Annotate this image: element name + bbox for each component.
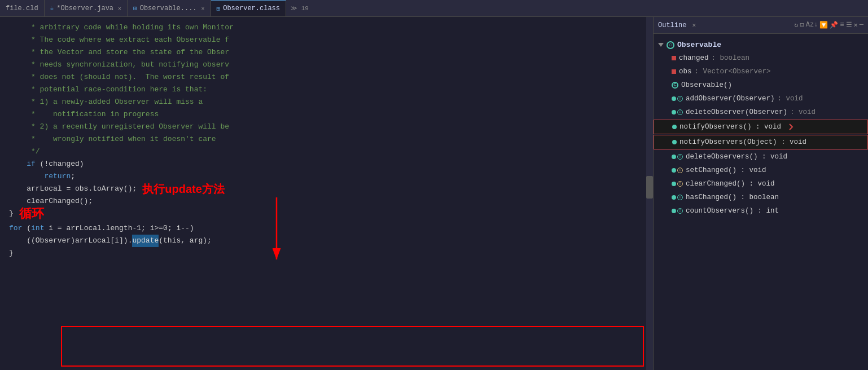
method-icon-group: ○ <box>672 181 683 187</box>
outline-header-icons: ↻ ⊟ Az↓ 🔽 📌 ≡ ☰ ✕ ─ <box>794 21 863 29</box>
code-text: ; <box>71 170 75 183</box>
code-text: } <box>9 208 14 220</box>
update-keyword: update <box>132 235 159 247</box>
close-icon[interactable]: ✕ <box>201 5 205 12</box>
collapse-icon[interactable]: ⊟ <box>800 21 804 29</box>
code-text: i = arrLocal.length-1; i>=0; i--) <box>49 222 194 235</box>
tab-overflow[interactable]: ≫ 19 <box>286 5 313 12</box>
outline-item-deleteObserver[interactable]: ○ deleteObserver(Observer) : void <box>654 105 868 119</box>
code-line: } 循环 <box>0 208 653 220</box>
override-icon: ○ <box>677 154 683 160</box>
override-icon: ○ <box>677 195 683 200</box>
code-text: * 1) a newly-added Observer will miss a <box>9 96 203 108</box>
close-icon[interactable]: ✕ <box>118 5 121 12</box>
outline-header: Outline ✕ ↻ ⊟ Az↓ 🔽 📌 ≡ ☰ ✕ ─ <box>654 17 868 34</box>
item-name: Observable() <box>681 80 732 91</box>
outline-item-notifyObservers1[interactable]: notifyObservers() : void <box>654 120 868 134</box>
pin-icon[interactable]: 📌 <box>830 21 838 29</box>
java-icon: ☕ <box>50 5 54 12</box>
code-line-for: for (int i = arrLocal.length-1; i>=0; i-… <box>0 222 653 235</box>
code-panel: * arbitrary code while holding its own M… <box>0 17 654 370</box>
item-name: hasChanged() : boolean <box>686 192 779 203</box>
class-name: Observable <box>677 41 721 49</box>
item-type: : void <box>778 93 803 104</box>
expand-icon[interactable] <box>658 43 664 47</box>
outline-item-constructor[interactable]: C Observable() <box>654 78 868 92</box>
code-content: * arbitrary code while holding its own M… <box>0 17 653 264</box>
code-line: clearChanged(); <box>0 195 653 208</box>
tab-bar: file.cld ☕ *Observer.java ✕ ⊞ Observable… <box>0 0 868 17</box>
method-icon-group: ○ <box>672 168 683 173</box>
item-name: notifyObservers() : void <box>680 121 781 133</box>
code-text: * wrongly notified when it doesn't care <box>9 133 216 146</box>
override-icon: ○ <box>677 96 683 102</box>
sort-icon[interactable]: Az↓ <box>806 21 818 29</box>
item-name: clearChanged() : void <box>686 178 775 190</box>
arrow-right-icon <box>786 122 795 131</box>
code-line: arrLocal = obs.toArray(); 执行update方法 <box>0 183 653 195</box>
code-text: return <box>9 170 71 183</box>
code-text: * The code where we extract each Observa… <box>9 34 229 46</box>
tab-file-cld[interactable]: file.cld <box>0 0 45 16</box>
method-icon-group: ○ <box>672 195 683 200</box>
x-icon[interactable]: ✕ <box>854 21 858 29</box>
code-text: arrLocal = obs.toArray(); <box>9 183 137 195</box>
outline-item-deleteObservers[interactable]: ○ deleteObservers() : void <box>654 150 868 164</box>
outline-item-addObserver[interactable]: ○ addObserver(Observer) : void <box>654 92 868 105</box>
code-line-update: ((Observer)arrLocal[i]).update(this, arg… <box>0 235 653 247</box>
outline-item-hasChanged[interactable]: ○ hasChanged() : boolean <box>654 191 868 204</box>
tab-observable[interactable]: ⊞ Observable.... ✕ <box>128 0 211 16</box>
override-icon: ○ <box>677 208 683 214</box>
code-text: * notification in progress <box>9 108 159 121</box>
outline-item-countObservers[interactable]: ○ countObservers() : int <box>654 204 868 218</box>
public-icon <box>672 182 676 186</box>
filter-icon[interactable]: 🔽 <box>819 21 828 29</box>
code-text: * potential race-condition here is that: <box>9 83 207 96</box>
code-text: (!changed) <box>40 158 84 170</box>
outline-item-changed[interactable]: changed : boolean <box>654 51 868 65</box>
class-icon: ⊞ <box>133 5 137 12</box>
code-line: * notification in progress <box>0 108 653 121</box>
code-text: for <box>9 222 27 235</box>
annotation-execute-update: 执行update方法 <box>142 183 225 195</box>
code-text: ( <box>27 222 31 235</box>
scrollbar-thumb[interactable] <box>646 176 653 199</box>
code-line: * 2) a recently unregistered Observer wi… <box>0 121 653 133</box>
item-name: deleteObservers() : void <box>686 151 787 162</box>
tab-label: *Observer.java <box>56 5 113 12</box>
code-text: } <box>9 247 14 259</box>
code-text: if <box>9 158 40 170</box>
item-name: setChanged() : void <box>686 165 766 176</box>
outline-panel: Outline ✕ ↻ ⊟ Az↓ 🔽 📌 ≡ ☰ ✕ ─ ○ Observab… <box>654 17 868 370</box>
code-line: * needs synchronization, but notifying o… <box>0 59 653 71</box>
tab-observer-java[interactable]: ☕ *Observer.java ✕ <box>45 0 128 16</box>
menu-icon[interactable]: ≡ <box>840 21 844 29</box>
code-line: */ <box>0 146 653 158</box>
method-icon-group: ○ <box>672 96 683 102</box>
outline-item-notifyObservers2[interactable]: notifyObservers(Object) : void <box>654 135 868 149</box>
code-text: (this, arg); <box>159 235 212 247</box>
item-name: addObserver(Observer) <box>686 93 775 104</box>
minus-icon[interactable]: ─ <box>860 21 863 29</box>
tab-observer-class[interactable]: ⊞ Observer.class <box>211 0 286 16</box>
menu2-icon[interactable]: ☰ <box>846 21 852 29</box>
code-line: * potential race-condition here is that: <box>0 83 653 96</box>
item-type: : Vector<Observer> <box>695 66 771 77</box>
outline-title: Outline <box>658 21 686 29</box>
code-text: ((Observer)arrLocal[i]). <box>9 235 132 247</box>
code-text: clearChanged(); <box>9 195 93 208</box>
code-text: int <box>31 222 49 235</box>
code-line: * 1) a newly-added Observer will miss a <box>0 96 653 108</box>
sync-icon[interactable]: ↻ <box>794 21 798 29</box>
override-icon: ○ <box>677 109 683 115</box>
public-icon <box>672 96 676 101</box>
outline-item-setChanged[interactable]: ○ setChanged() : void <box>654 164 868 177</box>
code-text: * does not (should not). The worst resul… <box>9 71 229 83</box>
outline-item-obs[interactable]: obs : Vector<Observer> <box>654 65 868 78</box>
item-name: deleteObserver(Observer) <box>686 107 787 118</box>
scrollbar-track[interactable] <box>646 17 653 370</box>
outline-item-clearChanged[interactable]: ○ clearChanged() : void <box>654 177 868 191</box>
code-line: return; <box>0 170 653 183</box>
outline-content: ○ Observable changed : boolean obs : Vec… <box>654 34 868 222</box>
public-icon <box>672 125 677 129</box>
